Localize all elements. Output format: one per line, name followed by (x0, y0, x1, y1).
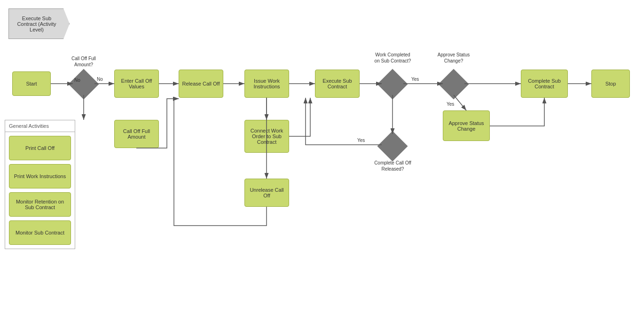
diamond-call-off-full-label: Call Off Full Amount? (65, 55, 102, 68)
diamond-work-completed-label: Work Completed on Sub Contract? (373, 52, 413, 64)
sidebar-item-monitor-sub-contract[interactable]: Monitor Sub Contract (9, 220, 71, 245)
header-title: Execute Sub Contract (Activity Level) (13, 16, 61, 32)
arrows-svg: No Yes Yes Yes (0, 0, 644, 329)
call-off-full-amount-node[interactable]: Call Off Full Amount (114, 120, 159, 148)
svg-text:No: No (97, 77, 103, 82)
arrow-label-no: No (74, 78, 80, 83)
sidebar-item-print-work-instructions[interactable]: Print Work Instructions (9, 164, 71, 188)
start-node[interactable]: Start (12, 71, 51, 96)
sidebar-items: Print Call Off Print Work Instructions M… (5, 132, 75, 249)
svg-text:Yes: Yes (447, 102, 454, 107)
sidebar-item-print-call-off[interactable]: Print Call Off (9, 136, 71, 160)
connect-work-order-node[interactable]: Connect Work Order to Sub Contract (244, 120, 289, 153)
svg-text:Yes: Yes (411, 77, 419, 82)
unrelease-call-off-node[interactable]: Unrelease Call Off (244, 179, 289, 207)
diagram-container: Execute Sub Contract (Activity Level) Ge… (0, 0, 644, 329)
diamond-approve-status-label: Approve Status Change? (432, 52, 475, 64)
general-activities-sidebar: General Activities Print Call Off Print … (5, 120, 75, 249)
release-call-off-node[interactable]: Release Call Off (179, 70, 223, 98)
complete-sub-contract-node[interactable]: Complete Sub Contract (521, 70, 568, 98)
sidebar-item-monitor-retention[interactable]: Monitor Retention on Sub Contract (9, 192, 71, 217)
enter-call-off-values-node[interactable]: Enter Call Off Values (114, 70, 159, 98)
approve-status-change-node[interactable]: Approve Status Change (443, 110, 490, 141)
header-shape: Execute Sub Contract (Activity Level) (8, 8, 70, 39)
execute-sub-contract-node[interactable]: Execute Sub Contract (315, 70, 360, 98)
stop-node[interactable]: Stop (591, 70, 630, 98)
svg-text:Yes: Yes (357, 138, 365, 143)
issue-work-instructions-node[interactable]: Issue Work Instructions (244, 70, 289, 98)
sidebar-title: General Activities (5, 120, 75, 132)
diamond-call-off-released-label: Complete Call Off Released? (373, 160, 413, 172)
